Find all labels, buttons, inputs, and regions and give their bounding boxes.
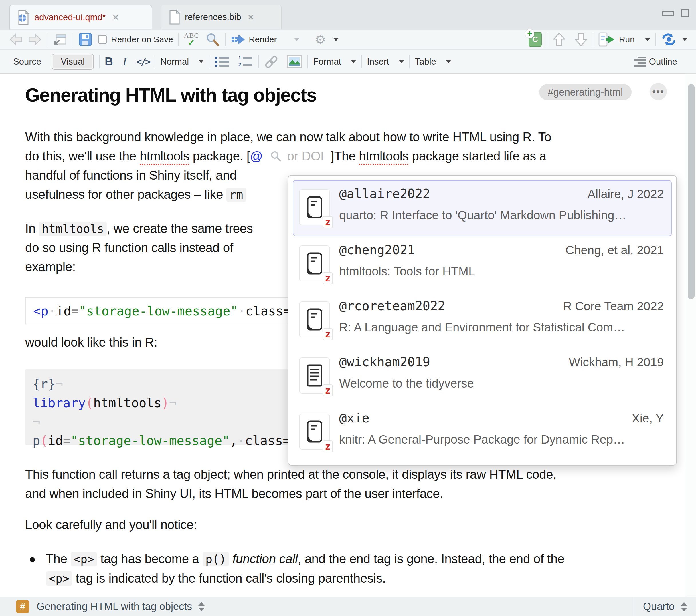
citation-item[interactable]: z @rcoreteam2022 R Core Team 2022 R: A L… (293, 292, 672, 348)
misspelled-word: htmltools (359, 149, 408, 163)
separator (225, 33, 226, 46)
rstudio-editor-window: advanced-ui.qmd* × references.bib × (0, 0, 696, 616)
paragraph-line: example: (25, 260, 76, 274)
document-format-selector[interactable]: Quarto (634, 597, 696, 616)
insert-menu[interactable]: Insert (367, 56, 404, 67)
chevron-down-icon (199, 60, 204, 63)
separator (73, 33, 73, 46)
zotero-badge: z (322, 272, 333, 284)
run-icon (598, 32, 616, 47)
format-menu[interactable]: Format (313, 56, 356, 67)
visual-mode-button[interactable]: Visual (51, 54, 94, 70)
tab-references-bib[interactable]: references.bib × (161, 4, 282, 30)
run-next-icon[interactable] (574, 32, 587, 47)
list-item-line: The <p> tag has become a p() function ca… (46, 552, 564, 566)
section-nav-icon[interactable] (198, 602, 205, 612)
editor-tab-bar: advanced-ui.qmd* × references.bib × (0, 0, 696, 30)
maximize-window-icon[interactable] (681, 9, 690, 18)
citation-id: @wickham2019 (339, 355, 430, 369)
citation-item[interactable]: z @xie Xie, Y knitr: A General-Purpose P… (293, 404, 672, 460)
outline-icon (634, 56, 646, 67)
citation-author: Wickham, H 2019 (569, 355, 664, 369)
citation-title: htmltools: Tools for HTML (339, 264, 664, 278)
italic-icon[interactable]: I (123, 55, 126, 68)
render-button[interactable]: Render (231, 33, 277, 46)
numbered-list-icon[interactable]: 1 2 (238, 55, 253, 68)
back-icon[interactable] (9, 33, 23, 46)
source-mode-button[interactable]: Source (13, 56, 41, 67)
tab-label: references.bib (185, 12, 241, 22)
outline-toggle[interactable]: Outline (634, 56, 677, 67)
close-tab-icon[interactable]: × (113, 12, 118, 23)
table-menu[interactable]: Table (415, 56, 451, 67)
image-icon[interactable] (287, 55, 302, 68)
render-on-save-checkbox[interactable] (98, 35, 107, 44)
citation-id: @rcoreteam2022 (339, 298, 445, 313)
citation-author: Cheng, et al. 2021 (566, 243, 664, 257)
insert-chunk-button[interactable]: +C (528, 32, 542, 47)
inline-code: <p> (46, 571, 72, 586)
separator (48, 33, 48, 46)
bold-icon[interactable]: B (105, 55, 113, 68)
citation-item[interactable]: z @cheng2021 Cheng, et al. 2021 htmltool… (293, 236, 672, 292)
visual-editor-canvas[interactable]: Generating HTML with tag objects #genera… (0, 74, 696, 597)
inline-code: <p> (71, 552, 97, 566)
paragraph-line: do this, we'll use the htmltools package… (25, 149, 546, 163)
bullet-list-icon[interactable] (215, 55, 230, 68)
popout-window-icon[interactable] (53, 33, 67, 46)
citation-icon-box: z (299, 357, 330, 393)
paragraph-line: would look like this in R: (25, 335, 157, 350)
book-icon (305, 252, 324, 275)
citation-title: quarto: R Interface to 'Quarto' Markdown… (339, 209, 664, 222)
status-bar: # Generating HTML with tag objects Quart… (0, 597, 696, 616)
minimize-window-icon[interactable] (662, 9, 674, 17)
run-button[interactable]: Run (598, 32, 650, 47)
forward-icon[interactable] (28, 33, 42, 46)
render-on-save-label: Render on Save (111, 35, 173, 44)
code-icon[interactable]: </> (136, 56, 149, 67)
rerun-source-icon[interactable] (661, 33, 677, 46)
book-icon (305, 420, 324, 443)
citation-completion-popup: z @allaire2022 Allaire, J 2022 quarto: R… (288, 175, 677, 466)
misspelled-word: htmltools (140, 149, 189, 163)
outline-location-label[interactable]: Generating HTML with tag objects (37, 601, 192, 613)
citation-item[interactable]: z @allaire2022 Allaire, J 2022 quarto: R… (293, 180, 672, 236)
paragraph-line: With this background knowledge in place,… (25, 130, 551, 144)
citation-id: @xie (339, 411, 369, 425)
heading-hash-icon: # (16, 600, 29, 613)
paragraph-line: This function call returns a tag object;… (25, 467, 556, 482)
render-dropdown-icon[interactable] (294, 38, 299, 41)
citation-icon-box: z (299, 245, 330, 281)
link-icon[interactable] (264, 55, 279, 68)
citation-author: R Core Team 2022 (563, 299, 664, 313)
paragraph-line: In htmltools, we create the same trees (25, 221, 253, 236)
paragraph-line: and when included in Shiny UI, its HTML … (25, 486, 443, 501)
run-previous-icon[interactable] (553, 32, 566, 47)
rerun-dropdown-icon[interactable] (682, 38, 687, 41)
bullet-dot (30, 557, 35, 562)
spellcheck-icon[interactable]: ABC✓ (184, 33, 199, 47)
inline-code: rm (226, 188, 246, 202)
options-dropdown-icon[interactable] (333, 38, 338, 41)
run-dropdown-icon (645, 38, 650, 41)
citation-title: knitr: A General-Purpose Package for Dyn… (339, 433, 664, 447)
close-tab-icon[interactable]: × (248, 12, 254, 22)
more-options-button[interactable]: ••• (650, 83, 667, 100)
citation-icon-box: z (299, 414, 330, 450)
search-icon[interactable] (205, 32, 220, 47)
separator (655, 33, 656, 46)
page-title: Generating HTML with tag objects (25, 84, 317, 106)
citation-item[interactable]: z @wickham2019 Wickham, H 2019 Welcome t… (293, 348, 672, 404)
citation-id: @cheng2021 (339, 243, 415, 257)
inline-code: htmltools (39, 222, 107, 236)
gear-icon[interactable]: ⚙ (315, 32, 326, 47)
vertical-scrollbar[interactable] (686, 74, 696, 597)
paragraph-line: handful of functions in Shiny itself, an… (25, 168, 237, 182)
render-icon (231, 33, 246, 46)
save-icon[interactable] (78, 33, 92, 46)
article-icon (305, 364, 324, 387)
tab-advanced-ui-qmd[interactable]: advanced-ui.qmd* × (9, 4, 152, 30)
paragraph-style-dropdown[interactable]: Normal (160, 56, 204, 67)
scrollbar-thumb[interactable] (688, 84, 695, 299)
file-icon (169, 10, 180, 25)
